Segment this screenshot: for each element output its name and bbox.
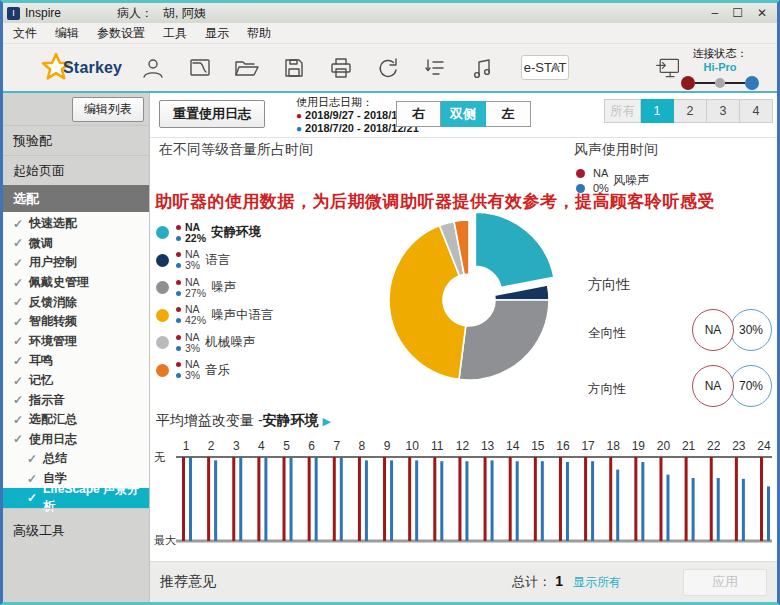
gain-bar-chart: 123456789101112131415161718192021222324 [176,437,772,547]
sidebar-item-tinnitus[interactable]: ✓耳鸣 [3,351,149,371]
sidebar-item-fitting[interactable]: 选配 [3,185,149,212]
sidebar-item-startpage[interactable]: 起始页面 [3,155,149,185]
omni-na-circle: NA [692,309,734,351]
legend-item: NA3% 音乐 [156,357,274,385]
svg-text:19: 19 [632,439,646,453]
check-icon: ✓ [13,276,23,290]
open-session-icon[interactable] [234,55,260,81]
menu-view[interactable]: 显示 [205,25,229,42]
footer-bar: 推荐意见 总计：1 显示所有 应用 [150,561,777,602]
save-icon[interactable] [281,55,307,81]
memory-4-button[interactable]: 4 [740,99,773,123]
svg-text:15: 15 [531,439,545,453]
sidebar-item-freqshift[interactable]: ✓智能转频 [3,312,149,332]
connection-indicator [681,76,759,90]
memory-1-button[interactable]: 1 [641,99,674,123]
sidebar-item-usercontrol[interactable]: ✓用户控制 [3,253,149,273]
close-button[interactable]: ✕ [757,6,767,20]
svg-text:3: 3 [233,439,240,453]
sidebar-item-prefit[interactable]: 预验配 [3,125,149,155]
directional-values: NA 70% [692,365,772,407]
check-icon: ✓ [13,432,23,446]
menu-file[interactable]: 文件 [13,25,37,42]
svg-text:8: 8 [359,439,366,453]
memory-3-button[interactable]: 3 [707,99,740,123]
check-icon: ✓ [13,236,23,250]
total-label: 总计：1 [512,573,567,591]
patient-icon[interactable] [140,55,166,81]
svg-text:17: 17 [581,439,595,453]
minimize-button[interactable]: – [711,6,718,20]
slice-color-dot [156,281,169,294]
sidebar-item-wearhistory[interactable]: ✓佩戴史管理 [3,273,149,293]
sidebar-item-summary[interactable]: ✓总结 [3,449,149,469]
sidebar-item-feedback[interactable]: ✓反馈消除 [3,292,149,312]
slice-color-dot [156,336,169,349]
reset-datalog-button[interactable]: 重置使用日志 [159,100,265,128]
side-toggle-both[interactable]: 双侧 [441,101,486,127]
menu-help[interactable]: 帮助 [247,25,271,42]
main-panel: 重置使用日志 使用日志日期： ●2018/9/27 - 2018/12/21 ●… [150,93,777,602]
slice-color-dot [156,254,169,267]
edit-list-button[interactable]: 编辑列表 [72,97,144,122]
app-title: Inspire [25,6,61,20]
svg-text:23: 23 [732,439,746,453]
undo-icon[interactable] [375,55,401,81]
check-icon: ✓ [13,413,23,427]
sidebar-item-datalog[interactable]: ✓使用日志 [3,430,149,450]
app-window: I Inspire 病人：胡, 阿姨 – ☐ ✕ 文件 编辑 参数设置 工具 显… [0,0,780,605]
side-toggle-left[interactable]: 左 [486,101,531,127]
svg-text:22: 22 [707,439,721,453]
blue-dot-icon: ● [296,123,302,134]
recommendation-label: 推荐意见 [160,573,216,591]
sidebar-item-lifescape[interactable]: ✓LifeScape 声景分析 [3,488,149,508]
sidebar-item-envmanager[interactable]: ✓环境管理 [3,332,149,352]
menu-tools[interactable]: 工具 [163,25,187,42]
apply-button[interactable]: 应用 [683,569,767,596]
check-icon: ✓ [27,472,37,486]
directionality-section: 方向性 全向性 NA 30% 方向性 NA 70% [586,276,772,418]
menu-bar: 文件 编辑 参数设置 工具 显示 帮助 [3,23,777,44]
memory-all-button[interactable]: 所有 [604,99,641,123]
sidebar-item-fitsummary[interactable]: ✓选配汇总 [3,410,149,430]
memory-2-button[interactable]: 2 [674,99,707,123]
patient-name: 胡, 阿姨 [163,6,206,20]
sidebar-item-finetune[interactable]: ✓微调 [3,234,149,254]
sidebar-item-indicators[interactable]: ✓指示音 [3,390,149,410]
svg-text:12: 12 [456,439,470,453]
side-toggle-right[interactable]: 右 [396,101,441,127]
sidebar-item-advancedtools[interactable]: 高级工具 [3,508,149,602]
starkey-logo: Starkey [39,51,122,85]
menu-settings[interactable]: 参数设置 [97,25,145,42]
svg-text:2: 2 [208,439,215,453]
pie-legend: NA22% 安静环境 NA3% 语言 NA27% 噪声 NA42% 噪声中语言 [156,219,274,384]
sidebar-item-memory[interactable]: ✓记忆 [3,371,149,391]
media-player-icon[interactable] [469,55,495,81]
show-all-link[interactable]: 显示所有 [573,574,621,591]
sidebar-item-quickfit[interactable]: ✓快速选配 [3,214,149,234]
estat-dropdown[interactable]: e-STAT [521,55,569,80]
directional-label: 方向性 [588,381,626,398]
fitting-menu: ✓快速选配 ✓微调 ✓用户控制 ✓佩戴史管理 ✓反馈消除 ✓智能转频 ✓环境管理… [3,212,149,508]
check-icon: ✓ [27,452,37,466]
omni-values: NA 30% [692,309,772,351]
svg-text:20: 20 [657,439,671,453]
programmer-dot [715,78,725,88]
directional-na-circle: NA [692,365,734,407]
red-dot-icon: ● [296,110,302,121]
wind-na: NA [593,167,608,179]
left-device-dot [745,76,759,90]
order-list-icon[interactable] [422,55,448,81]
expand-arrow-icon[interactable]: ▶ [322,415,330,427]
slice-color-dot [156,226,169,239]
menu-edit[interactable]: 编辑 [55,25,79,42]
wind-section-title: 风声使用时间 [574,141,658,159]
print-icon[interactable] [328,55,354,81]
directionality-title: 方向性 [588,276,630,294]
svg-text:18: 18 [607,439,621,453]
send-to-device-icon[interactable] [655,55,681,81]
title-bar: I Inspire 病人：胡, 阿姨 – ☐ ✕ [3,3,777,23]
svg-text:1: 1 [183,439,190,453]
audiogram-icon[interactable] [187,55,213,81]
maximize-button[interactable]: ☐ [732,6,743,20]
